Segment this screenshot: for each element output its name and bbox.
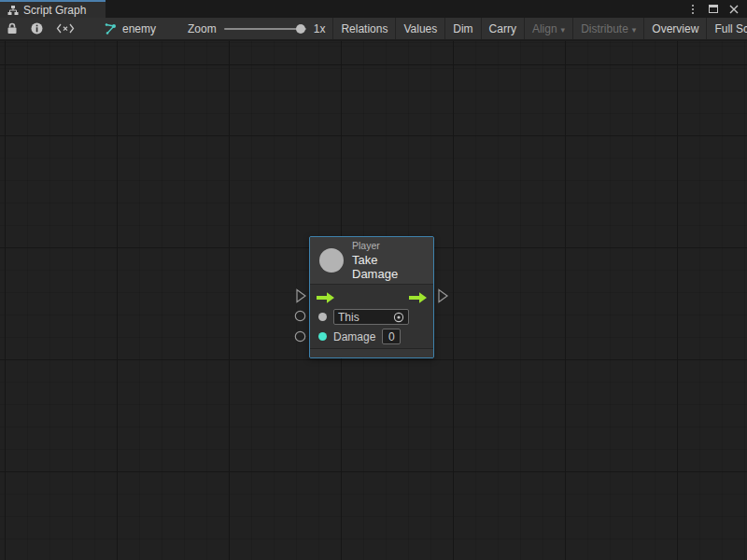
tab-label: Script Graph	[23, 4, 86, 17]
this-port-dot-icon[interactable]	[318, 313, 327, 321]
damage-port-dot-icon[interactable]	[318, 332, 327, 341]
this-input-connector-icon[interactable]	[294, 310, 306, 322]
chevron-down-icon: ▾	[632, 25, 637, 35]
info-icon	[31, 22, 43, 35]
damage-value-field[interactable]: 0	[382, 329, 401, 344]
overview-button[interactable]: Overview	[643, 18, 706, 39]
dim-button[interactable]: Dim	[444, 18, 480, 39]
code-brackets-icon	[56, 23, 75, 34]
hierarchy-icon	[7, 5, 19, 16]
this-port-row: This	[316, 307, 428, 327]
toolbar-buttons: Relations Values Dim Carry Align ▾ Distr…	[332, 18, 747, 39]
code-view-button[interactable]	[49, 18, 81, 39]
exec-ports-row	[316, 288, 428, 307]
damage-port-row: Damage 0	[316, 327, 428, 346]
zoom-control: Zoom 1x	[188, 18, 332, 39]
lock-button[interactable]	[0, 18, 24, 39]
this-object-field[interactable]: This	[333, 309, 409, 325]
zoom-label: Zoom	[188, 22, 217, 35]
node-body: This Damage 0	[310, 285, 433, 348]
zoom-slider-handle[interactable]	[296, 24, 305, 34]
lock-icon	[7, 22, 18, 35]
distribute-dropdown[interactable]: Distribute ▾	[572, 18, 643, 39]
damage-port-label: Damage	[333, 330, 375, 343]
exec-input-arrow-icon[interactable]	[316, 291, 335, 304]
full-screen-button[interactable]: Full Screen	[706, 18, 747, 39]
graph-name: enemy	[122, 22, 156, 35]
object-picker-icon[interactable]	[393, 312, 404, 323]
graph-canvas[interactable]: Player Take Damage This	[0, 41, 747, 560]
script-graph-window: Script Graph	[0, 0, 747, 560]
node-header[interactable]: Player Take Damage	[310, 237, 433, 285]
graph-icon	[104, 22, 117, 35]
node-footer	[310, 348, 433, 357]
node-subtitle: Player	[352, 240, 424, 251]
tab-script-graph[interactable]: Script Graph	[0, 0, 106, 18]
align-dropdown[interactable]: Align ▾	[524, 18, 572, 39]
exec-input-connector-icon[interactable]	[295, 288, 307, 303]
relations-button[interactable]: Relations	[332, 18, 395, 39]
exec-output-connector-icon[interactable]	[437, 288, 449, 303]
zoom-slider[interactable]	[224, 28, 306, 30]
chevron-down-icon: ▾	[561, 25, 566, 35]
take-damage-node[interactable]: Player Take Damage This	[309, 236, 434, 358]
titlebar: Script Graph	[0, 0, 747, 18]
graph-breadcrumb[interactable]: enemy	[96, 18, 163, 39]
toolbar: enemy Zoom 1x Relations Values Dim Carry	[0, 18, 747, 40]
info-button[interactable]	[24, 18, 49, 39]
damage-input-connector-icon[interactable]	[294, 330, 306, 343]
kebab-menu-icon[interactable]	[685, 3, 700, 16]
player-script-icon	[319, 248, 344, 273]
exec-output-arrow-icon[interactable]	[408, 291, 428, 304]
close-icon[interactable]	[726, 3, 741, 16]
maximize-icon[interactable]	[706, 3, 721, 16]
zoom-value: 1x	[314, 22, 326, 35]
node-title: Take Damage	[352, 253, 424, 281]
carry-button[interactable]: Carry	[481, 18, 524, 39]
window-controls	[685, 0, 747, 18]
values-button[interactable]: Values	[395, 18, 444, 39]
